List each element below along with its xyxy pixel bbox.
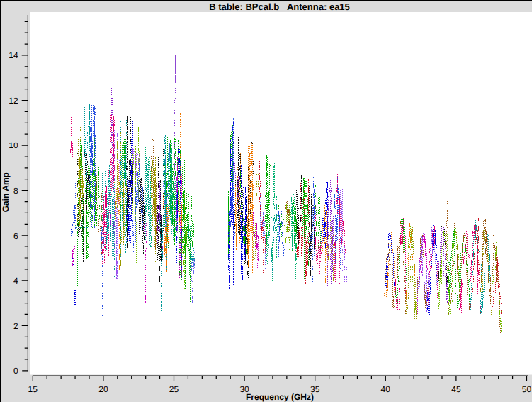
svg-text:12: 12	[9, 96, 18, 106]
svg-text:Gain Amp: Gain Amp	[1, 172, 11, 212]
svg-text:25: 25	[169, 384, 179, 394]
svg-text:2: 2	[13, 321, 18, 331]
svg-text:4: 4	[13, 276, 18, 286]
svg-text:8: 8	[13, 186, 18, 196]
svg-text:B table: BPcal.b Antenna: ea: B table: BPcal.b Antenna: ea15	[209, 1, 350, 12]
svg-text:14: 14	[9, 50, 18, 60]
svg-text:45: 45	[451, 384, 461, 394]
svg-text:20: 20	[98, 384, 108, 394]
svg-text:6: 6	[13, 231, 18, 241]
svg-text:10: 10	[9, 140, 18, 150]
svg-text:Frequency (GHz): Frequency (GHz)	[246, 392, 314, 402]
svg-text:0: 0	[13, 366, 18, 376]
svg-text:15: 15	[28, 384, 38, 394]
svg-text:50: 50	[522, 384, 532, 394]
svg-text:40: 40	[381, 384, 391, 394]
